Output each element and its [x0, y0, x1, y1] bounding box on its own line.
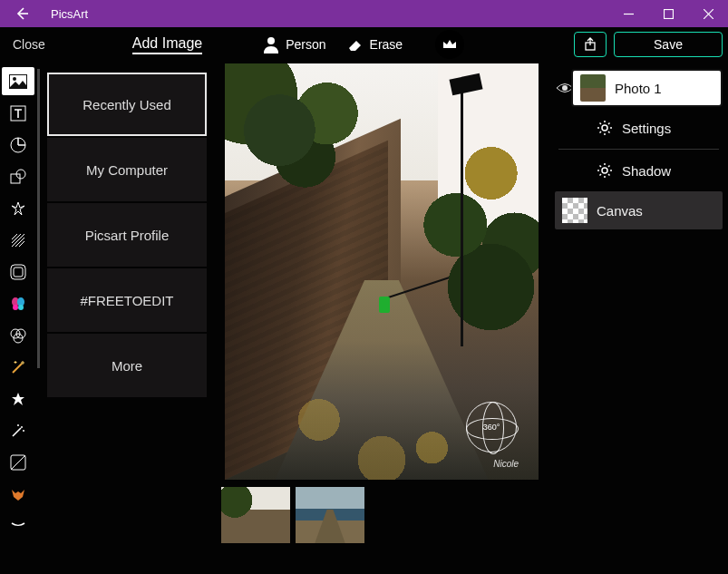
wand-icon	[10, 359, 26, 375]
thumbnail-strip	[221, 487, 364, 543]
person-icon	[262, 35, 280, 54]
svg-rect-9	[14, 268, 23, 277]
share-button[interactable]	[574, 32, 607, 57]
save-button[interactable]: Save	[614, 32, 723, 57]
menu-more[interactable]: More	[47, 334, 207, 397]
layer-canvas[interactable]: Canvas	[555, 191, 723, 229]
layer-canvas-label: Canvas	[597, 203, 643, 219]
svg-point-21	[562, 85, 568, 91]
layers-panel: Photo 1 Settings Shadow Canvas	[549, 62, 728, 574]
sidebar-scrollbar[interactable]	[37, 69, 40, 368]
tool-frame[interactable]	[2, 258, 34, 286]
add-image-tab[interactable]: Add Image	[132, 35, 202, 54]
crown-icon	[442, 36, 458, 53]
tool-wand2[interactable]	[2, 416, 34, 444]
menu-my-computer[interactable]: My Computer	[47, 138, 207, 201]
frame-icon	[10, 264, 26, 280]
erase-label: Erase	[370, 37, 403, 52]
person-tool-button[interactable]: Person	[253, 32, 335, 57]
thumbnail-1[interactable]	[221, 487, 290, 543]
menu-picsart-profile[interactable]: Picsart Profile	[47, 203, 207, 267]
tool-text[interactable]	[2, 99, 34, 127]
svg-point-19	[17, 424, 19, 426]
back-button[interactable]	[0, 0, 44, 27]
gear-icon	[597, 162, 613, 179]
arrow-left-icon	[15, 6, 29, 21]
checkerboard-icon	[562, 198, 587, 223]
left-toolbar	[0, 62, 36, 574]
text-icon	[10, 105, 26, 122]
tool-overlap[interactable]	[2, 321, 34, 349]
layer-shadow[interactable]: Shadow	[555, 151, 723, 190]
share-icon	[583, 37, 597, 52]
svg-rect-8	[11, 265, 25, 279]
layer-shadow-label: Shadow	[622, 163, 671, 179]
circles-icon	[9, 326, 27, 345]
main-photo[interactable]: 360° Nicole	[225, 63, 539, 480]
layer-photo-1-label: Photo 1	[615, 81, 662, 96]
title-bar: PicsArt	[0, 0, 728, 27]
app-title: PicsArt	[44, 7, 88, 21]
tool-sticker[interactable]	[2, 131, 34, 159]
tool-lines[interactable]	[2, 226, 34, 254]
person-label: Person	[286, 37, 325, 52]
tool-star[interactable]	[2, 384, 34, 413]
minimize-icon	[624, 9, 634, 19]
save-label: Save	[654, 37, 683, 52]
tool-photos[interactable]	[2, 67, 34, 95]
photo-icon	[9, 74, 27, 89]
shapes-icon	[9, 168, 27, 186]
layer-thumb-icon	[580, 74, 606, 102]
gradient-icon	[10, 454, 26, 471]
tool-magic[interactable]	[2, 353, 34, 381]
photo-signature: Nicole	[493, 459, 519, 469]
layer-settings-label: Settings	[622, 121, 671, 136]
fox-icon	[10, 486, 26, 502]
minimize-button[interactable]	[608, 0, 648, 27]
layer-settings[interactable]: Settings	[555, 109, 723, 147]
svg-point-22	[602, 125, 607, 131]
gear-icon	[597, 120, 613, 136]
arc-icon	[10, 521, 26, 530]
tool-gradient[interactable]	[2, 448, 34, 476]
premium-button[interactable]	[435, 30, 464, 59]
sparkle-icon	[10, 200, 26, 217]
svg-point-4	[13, 77, 16, 81]
erase-tool-button[interactable]: Erase	[337, 32, 413, 57]
top-toolbar: Close Add Image Person Erase Save	[0, 27, 728, 62]
svg-point-12	[13, 305, 18, 310]
close-icon	[704, 9, 713, 19]
eraser-icon	[346, 35, 364, 54]
star-icon	[11, 392, 25, 406]
tool-fox[interactable]	[2, 480, 34, 508]
svg-point-13	[18, 305, 24, 310]
menu-freetoedit[interactable]: #FREETOEDIT	[47, 268, 207, 332]
tool-butterfly[interactable]	[2, 289, 34, 317]
source-menu: Recently Used My Computer Picsart Profil…	[36, 62, 214, 574]
360-badge[interactable]: 360°	[466, 402, 517, 452]
close-window-button[interactable]	[688, 0, 728, 27]
thumbnail-2[interactable]	[296, 487, 364, 543]
maximize-button[interactable]	[648, 0, 688, 27]
wand2-icon	[10, 423, 26, 439]
layer-photo-1[interactable]: Photo 1	[571, 69, 723, 107]
butterfly-icon	[10, 296, 26, 312]
tool-shapes[interactable]	[2, 162, 34, 190]
svg-rect-6	[11, 174, 20, 183]
svg-point-17	[21, 426, 23, 428]
svg-point-18	[23, 430, 24, 432]
svg-rect-0	[664, 9, 673, 18]
svg-point-23	[602, 168, 607, 173]
canvas-area: 360° Nicole	[214, 62, 549, 574]
hatch-icon	[10, 232, 26, 248]
tool-sparkle[interactable]	[2, 194, 34, 222]
sticker-icon	[10, 137, 26, 153]
tool-more[interactable]	[2, 511, 34, 540]
maximize-icon	[664, 9, 674, 19]
close-panel-button[interactable]: Close	[9, 28, 49, 61]
svg-point-1	[267, 37, 275, 44]
menu-recently-used[interactable]: Recently Used	[47, 73, 207, 136]
